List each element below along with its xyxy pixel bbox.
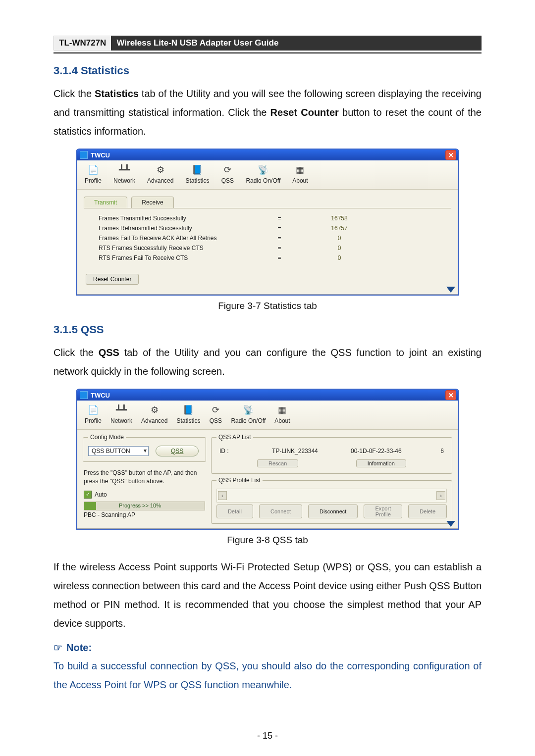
ap-list-panel: QSS AP List ID : TP-LINK_223344 00-1D-0F…: [211, 434, 452, 474]
tab-profile[interactable]: 📄Profile: [85, 404, 102, 424]
tab-label: Advanced: [147, 177, 173, 184]
stat-value: 0: [297, 254, 451, 261]
equals: =: [262, 235, 297, 242]
tab-qss[interactable]: ⟳QSS: [209, 404, 222, 424]
stat-label: Frames Transmitted Successfully: [84, 215, 262, 222]
table-row: Frames Transmitted Successfully = 16758: [84, 213, 451, 223]
tab-profile[interactable]: 📄Profile: [85, 164, 102, 184]
tab-radio[interactable]: 📡Radio On/Off: [246, 164, 280, 184]
doc-header: TL-WN727N Wireless Lite-N USB Adapter Us…: [54, 36, 482, 50]
figure-caption-3-8: Figure 3-8 QSS tab: [54, 535, 482, 546]
window-close-button[interactable]: ✕: [445, 390, 456, 400]
tab-advanced[interactable]: ⚙Advanced: [141, 404, 167, 424]
subtab-transmit[interactable]: Transmit: [84, 197, 127, 208]
subtab-receive[interactable]: Receive: [131, 197, 173, 208]
qss-left-column: Config Mode QSS BUTTON QSS Press the "QS…: [83, 434, 206, 527]
titlebar: TWCU ✕: [77, 150, 458, 160]
tab-statistics[interactable]: 📘Statistics: [185, 164, 209, 184]
chevron-down-icon[interactable]: [446, 521, 455, 527]
qss-right-column: QSS AP List ID : TP-LINK_223344 00-1D-0F…: [211, 434, 452, 527]
heading-statistics: 3.1.4 Statistics: [54, 64, 482, 77]
tab-network[interactable]: ┻┻Network: [110, 404, 132, 424]
stat-label: RTS Frames Successfully Receive CTS: [84, 245, 262, 252]
text: Click the: [54, 88, 95, 99]
ap-list-legend: QSS AP List: [216, 434, 253, 441]
note-label: Note:: [66, 642, 92, 653]
tab-statistics[interactable]: 📘Statistics: [176, 404, 200, 424]
stat-value: 16758: [297, 215, 451, 222]
config-mode-legend: Config Mode: [88, 434, 126, 441]
gear-icon: ⚙: [148, 404, 161, 415]
refresh-icon: ⟳: [209, 404, 222, 415]
qss-push-button[interactable]: QSS: [156, 446, 199, 456]
window-body: Transmit Receive Frames Transmitted Succ…: [77, 190, 458, 295]
tab-label: QSS: [210, 417, 222, 424]
chevron-right-icon[interactable]: ›: [436, 491, 445, 500]
tab-label: Advanced: [141, 417, 167, 424]
profile-list-legend: QSS Profile List: [216, 477, 263, 484]
toolbar: 📄Profile ┻┻Network ⚙Advanced 📘Statistics…: [77, 401, 458, 430]
delete-button[interactable]: Delete: [408, 504, 447, 518]
auto-checkbox-row[interactable]: ✓ Auto: [84, 491, 206, 499]
reset-counter-button[interactable]: Reset Counter: [86, 274, 139, 285]
equals: =: [262, 245, 297, 252]
tab-about[interactable]: ▦About: [274, 404, 290, 424]
stat-label: Frames Retransmitted Successfully: [84, 225, 262, 232]
tab-qss[interactable]: ⟳QSS: [221, 164, 234, 184]
statistics-window: TWCU ✕ 📄Profile ┻┻Network ⚙Advanced 📘Sta…: [76, 149, 459, 296]
profile-icon: 📄: [87, 404, 100, 415]
paragraph-statistics: Click the Statistics tab of the Utility …: [54, 84, 482, 141]
stat-label: RTS Frames Fail To Receive CTS: [84, 254, 262, 261]
figure-caption-3-7: Figure 3-7 Statistics tab: [54, 301, 482, 311]
book-icon: 📘: [182, 404, 195, 415]
window-close-button[interactable]: ✕: [445, 150, 456, 160]
tab-label: Network: [110, 417, 132, 424]
window-body: Config Mode QSS BUTTON QSS Press the "QS…: [77, 430, 458, 529]
kw-reset-counter: Reset Counter: [270, 107, 339, 118]
tab-about[interactable]: ▦About: [292, 164, 308, 184]
ap-bssid: 00-1D-0F-22-33-46: [351, 448, 425, 454]
qss-window: TWCU ✕ 📄Profile ┻┻Network ⚙Advanced 📘Sta…: [76, 389, 459, 530]
status-text: PBC - Scanning AP: [84, 511, 205, 518]
tab-radio[interactable]: 📡Radio On/Off: [231, 404, 266, 424]
page-number: - 15 -: [0, 731, 535, 741]
tab-network[interactable]: ┻┻Network: [113, 164, 135, 184]
tab-advanced[interactable]: ⚙Advanced: [147, 164, 173, 184]
chevron-down-icon[interactable]: [446, 287, 455, 293]
window-title: TWCU: [91, 151, 110, 159]
detail-button[interactable]: Detail: [216, 504, 253, 518]
ap-list-row[interactable]: ID : TP-LINK_223344 00-1D-0F-22-33-46 6: [216, 446, 447, 456]
text: Click the: [54, 347, 99, 358]
stat-value: 16757: [297, 225, 451, 232]
paragraph-qss-intro: Click the QSS tab of the Utility and you…: [54, 343, 482, 381]
disconnect-button[interactable]: Disconnect: [308, 504, 358, 518]
export-profile-button[interactable]: Export Profile: [364, 504, 402, 518]
book-icon: 📘: [191, 164, 204, 175]
network-icon: ┻┻: [115, 404, 128, 415]
stats-subtabs: Transmit Receive: [84, 197, 451, 208]
checkbox-checked-icon[interactable]: ✓: [84, 491, 92, 499]
tab-label: QSS: [221, 177, 234, 184]
table-row: Frames Retransmitted Successfully = 1675…: [84, 223, 451, 233]
connect-button[interactable]: Connect: [259, 504, 302, 518]
kw-statistics: Statistics: [95, 88, 139, 99]
profile-icon: 📄: [87, 164, 100, 175]
pointer-icon: ☞: [54, 642, 62, 653]
equals: =: [262, 215, 297, 222]
equals: =: [262, 254, 297, 261]
table-row: RTS Frames Successfully Receive CTS = 0: [84, 243, 451, 253]
toolbar: 📄Profile ┻┻Network ⚙Advanced 📘Statistics…: [77, 160, 458, 190]
network-icon: ┻┻: [118, 164, 131, 175]
header-guide-title: Wireless Lite-N USB Adapter User Guide: [111, 36, 482, 50]
tab-label: Statistics: [185, 177, 209, 184]
rescan-button[interactable]: Rescan: [257, 459, 298, 467]
stat-value: 0: [297, 235, 451, 242]
config-mode-select[interactable]: QSS BUTTON: [88, 446, 149, 456]
profile-list-scroll[interactable]: ‹ ›: [216, 489, 447, 503]
information-button[interactable]: Information: [356, 459, 406, 467]
table-row: RTS Frames Fail To Receive CTS = 0: [84, 253, 451, 263]
chevron-left-icon[interactable]: ‹: [218, 491, 227, 500]
window-title: TWCU: [91, 392, 110, 399]
header-rule: [54, 52, 482, 53]
gear-icon: ⚙: [154, 164, 167, 175]
